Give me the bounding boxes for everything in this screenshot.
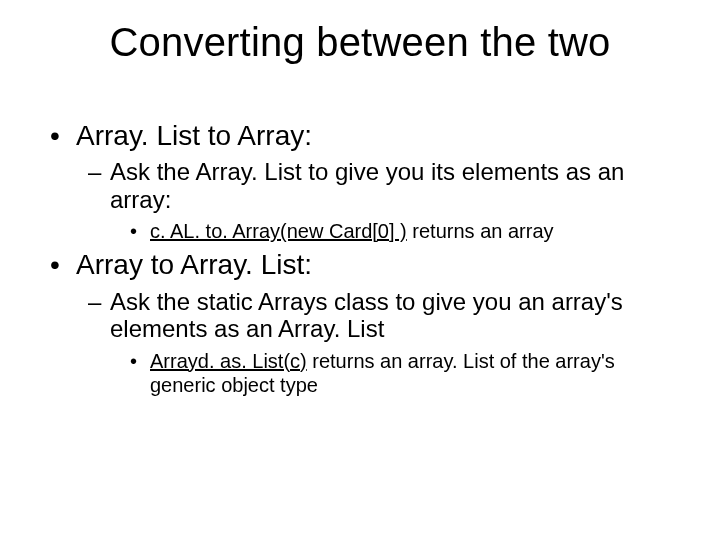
code-after: returns an array — [407, 220, 554, 242]
subbullet-ask-arrays-class: Ask the static Arrays class to give you … — [88, 288, 680, 343]
code-bullet-toarray: c. AL. to. Array(new Card[0] ) returns a… — [130, 219, 680, 243]
bullet-list: Array. List to Array: Ask the Array. Lis… — [40, 120, 680, 397]
bullet-text: Array to Array. List: — [76, 249, 312, 280]
subbullet-text: Ask the Array. List to give you its elem… — [110, 158, 624, 213]
slide: Converting between the two Array. List t… — [0, 0, 720, 540]
code-text: c. AL. to. Array(new Card[0] ) — [150, 220, 407, 242]
bullet-text: Array. List to Array: — [76, 120, 312, 151]
bullet-arraylist-to-array: Array. List to Array: — [50, 120, 680, 152]
subbullet-ask-arraylist: Ask the Array. List to give you its elem… — [88, 158, 680, 213]
slide-title: Converting between the two — [40, 20, 680, 65]
code-text: Arrayd. as. List(c) — [150, 350, 307, 372]
subbullet-text: Ask the static Arrays class to give you … — [110, 288, 623, 343]
bullet-array-to-arraylist: Array to Array. List: — [50, 249, 680, 281]
code-bullet-aslist: Arrayd. as. List(c) returns an array. Li… — [130, 349, 680, 397]
